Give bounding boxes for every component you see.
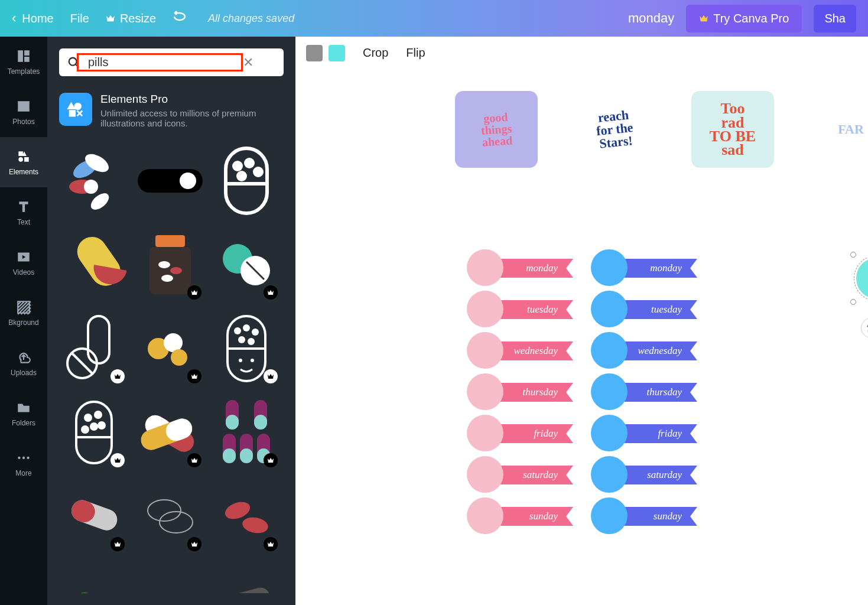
resize-handle-nw[interactable] [850, 252, 856, 258]
svg-point-45 [81, 425, 89, 434]
elements-pro-promo[interactable]: Elements Pro Unlimited access to million… [59, 93, 284, 128]
file-menu[interactable]: File [70, 12, 89, 25]
rail-label: Uploads [11, 369, 37, 377]
document-viewport[interactable]: good things ahead reach for the Stars! T… [431, 70, 868, 605]
sync-button[interactable] [861, 318, 868, 338]
selection-border [854, 255, 868, 301]
svg-point-33 [234, 327, 241, 334]
day-label-blue[interactable]: thursday [591, 380, 697, 404]
more-icon [16, 450, 31, 466]
element-pills-line-1[interactable] [59, 310, 128, 387]
try-pro-button[interactable]: Try Canva Pro [686, 5, 802, 32]
element-pills-1[interactable] [59, 142, 128, 219]
sticker-good-things[interactable]: good things ahead [455, 91, 538, 168]
photos-icon [16, 99, 31, 114]
search-input[interactable] [88, 56, 238, 69]
day-label-pink[interactable]: thursday [467, 380, 573, 404]
day-label-blue[interactable]: tuesday [591, 298, 697, 321]
day-label-pink[interactable]: sunday [467, 505, 573, 528]
sticker-row: good things ahead reach for the Stars! T… [455, 91, 868, 168]
premium-badge [187, 453, 201, 467]
svg-point-12 [232, 161, 243, 171]
sticker-reach-stars[interactable]: reach for the Stars! [573, 91, 656, 168]
premium-badge [264, 453, 278, 467]
day-label-pink[interactable]: saturday [467, 463, 573, 487]
day-label-blue[interactable]: wednesday [591, 339, 697, 363]
rail-background[interactable]: Bkground [0, 288, 47, 338]
premium-badge [110, 453, 125, 467]
flip-button[interactable]: Flip [406, 46, 425, 60]
svg-point-31 [171, 349, 187, 366]
sticker-too-rad[interactable]: Too rad TO BE sad [691, 91, 774, 168]
element-pills-teal[interactable] [212, 226, 281, 303]
element-capsule-gray[interactable] [212, 562, 281, 593]
rail-elements[interactable]: Elements [0, 137, 47, 187]
search-results [59, 142, 284, 593]
resize-button[interactable]: Resize [106, 12, 156, 25]
videos-icon [16, 249, 31, 265]
rail-templates[interactable]: Templates [0, 37, 47, 87]
element-wave-blue[interactable] [59, 562, 128, 593]
top-bar: ‹ Home File Resize All changes saved mon… [0, 0, 868, 37]
document-title[interactable]: monday [628, 11, 674, 26]
element-capsules-cross[interactable] [135, 394, 204, 471]
premium-badge [110, 537, 125, 551]
premium-badge [187, 537, 201, 551]
element-blank[interactable] [135, 562, 204, 593]
day-label-pink[interactable]: wednesday [467, 339, 573, 363]
floating-controls [861, 318, 868, 338]
resize-handle-sw[interactable] [850, 299, 856, 305]
topbar-left: ‹ Home File Resize All changes saved [12, 11, 294, 26]
templates-icon [16, 48, 31, 64]
background-icon [16, 300, 31, 315]
color-swatch-1[interactable] [306, 45, 323, 61]
rail-text[interactable]: Text [0, 187, 47, 238]
crop-button[interactable]: Crop [363, 46, 388, 60]
rail-folders[interactable]: Folders [0, 388, 47, 438]
svg-point-1 [22, 456, 25, 458]
undo-button[interactable] [173, 11, 187, 26]
svg-point-36 [238, 336, 245, 343]
sticker-far[interactable]: FAR [810, 91, 868, 168]
selected-element[interactable] [853, 254, 868, 302]
svg-rect-55 [254, 415, 267, 430]
color-swatch-2[interactable] [329, 45, 345, 61]
element-pills-sketch[interactable] [135, 478, 204, 555]
element-pill-black[interactable] [135, 142, 204, 219]
svg-point-13 [244, 158, 255, 168]
element-pills-red[interactable] [212, 478, 281, 555]
element-pill-outline[interactable] [212, 142, 281, 219]
rail-uploads[interactable]: Uploads [0, 338, 47, 388]
rail-label: More [15, 469, 31, 477]
day-label-pink[interactable]: monday [467, 256, 573, 280]
day-label-pink[interactable]: friday [467, 422, 573, 445]
premium-badge [264, 537, 278, 551]
svg-rect-59 [240, 448, 253, 463]
element-capsules-stack[interactable] [212, 394, 281, 471]
rail-videos[interactable]: Videos [0, 238, 47, 288]
shapes-icon [67, 100, 84, 118]
day-label-blue[interactable]: sunday [591, 505, 697, 528]
day-label-blue[interactable]: friday [591, 422, 697, 445]
share-button[interactable]: Sha [814, 5, 856, 32]
home-button[interactable]: ‹ Home [12, 11, 54, 26]
undo-icon [173, 11, 187, 22]
element-capsule-red-gray[interactable] [59, 478, 128, 555]
clear-search-icon[interactable]: ✕ [243, 55, 253, 70]
premium-badge [187, 285, 201, 300]
svg-point-20 [158, 261, 170, 268]
day-label-blue[interactable]: saturday [591, 463, 697, 487]
rail-more[interactable]: More [0, 438, 47, 489]
search-bar: ✕ [59, 48, 284, 76]
element-pill-bottle[interactable] [135, 226, 204, 303]
canvas-toolbar: Crop Flip [295, 37, 868, 70]
day-label-pink[interactable]: tuesday [467, 298, 573, 321]
element-pill-face[interactable] [212, 310, 281, 387]
day-label-blue[interactable]: monday [591, 256, 697, 280]
element-pills-yellow[interactable] [135, 310, 204, 387]
svg-point-34 [243, 324, 250, 331]
rail-photos[interactable]: Photos [0, 87, 47, 137]
element-pills-line-2[interactable] [59, 394, 128, 471]
element-capsule-yellow-red[interactable] [59, 226, 128, 303]
page-1[interactable]: good things ahead reach for the Stars! T… [431, 70, 868, 605]
